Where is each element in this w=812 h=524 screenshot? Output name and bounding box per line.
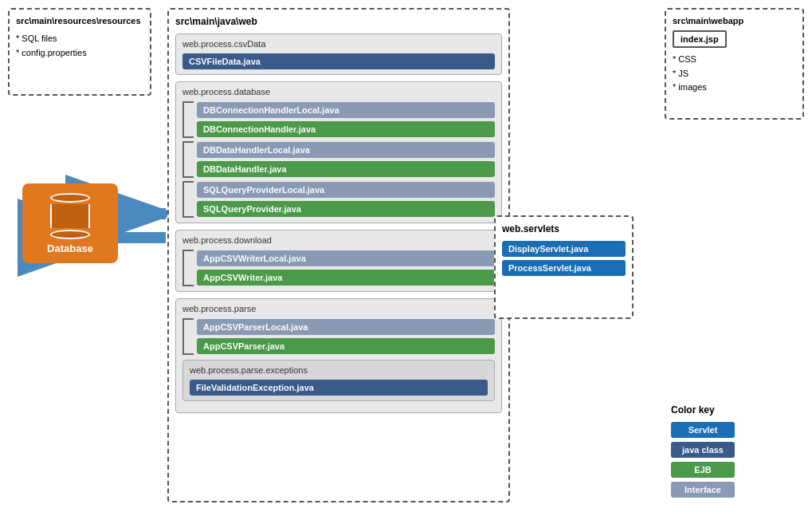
resources-box: src\main\resources\resources * SQL files… — [8, 8, 151, 96]
key-swatch-class: java class — [671, 442, 735, 458]
sqlqueryproviderlocal-btn: SQLQueryProviderLocal.java — [197, 182, 495, 198]
db-disk-top — [50, 193, 90, 203]
appcsvwriter-btn: AppCSVWriter.java — [197, 270, 495, 286]
package-parse-exceptions: web.process.parse.exceptions FileValidat… — [182, 360, 495, 401]
dbdatahandler-btn: DBDataHandler.java — [197, 161, 495, 177]
package-csvdata-title: web.process.csvData — [182, 39, 495, 49]
package-download: web.process.download AppCSVWriterLocal.j… — [175, 230, 502, 292]
key-item-class: java class — [671, 442, 798, 458]
webapp-item-js: * JS — [673, 67, 796, 81]
key-item-servlet: Servlet — [671, 422, 798, 438]
color-key-box: Color key Servlet java class EJB Interfa… — [665, 398, 804, 508]
package-database: web.process.database DBConnectionHandler… — [175, 81, 502, 223]
resource-item-sql: * SQL files — [16, 32, 143, 46]
main-java-box: src\main\java\web web.process.csvData CS… — [167, 8, 510, 502]
sqlqueryprovider-btn: SQLQueryProvider.java — [197, 201, 495, 217]
servlets-title: web.servlets — [502, 223, 626, 234]
key-swatch-servlet: Servlet — [671, 422, 735, 438]
package-parse-title: web.process.parse — [182, 304, 495, 313]
package-parse: web.process.parse AppCSVParserLocal.java… — [175, 298, 502, 413]
key-item-ejb: EJB — [671, 462, 798, 478]
appcsvparser-btn: AppCSVParser.java — [197, 338, 495, 354]
package-parse-exceptions-title: web.process.parse.exceptions — [190, 365, 488, 375]
servlets-box: web.servlets DisplayServlet.java Process… — [494, 215, 634, 319]
dbdatahandlerlocal-btn: DBDataHandlerLocal.java — [197, 142, 495, 158]
appcsvparserlocal-btn: AppCSVParserLocal.java — [197, 319, 495, 335]
package-csvdata: web.process.csvData CSVFileData.java — [175, 33, 502, 75]
key-swatch-ejb: EJB — [671, 462, 735, 478]
key-item-interface: Interface — [671, 482, 798, 498]
resources-title: src\main\resources\resources — [16, 16, 143, 26]
displayservlet-btn: DisplayServlet.java — [502, 241, 626, 257]
color-key-title: Color key — [671, 404, 798, 416]
db-disk-bottom — [50, 230, 90, 239]
diagram-container: src\main\resources\resources * SQL files… — [0, 0, 812, 524]
database-icon-box: Database — [22, 183, 118, 263]
webapp-item-images: * images — [673, 81, 796, 95]
processservlet-btn: ProcessServlet.java — [502, 260, 626, 276]
dbconnectionhandlerlocal-btn: DBConnectionHandlerLocal.java — [197, 102, 495, 118]
main-java-title: src\main\java\web — [175, 16, 502, 27]
csvfiledata-btn: CSVFileData.java — [182, 53, 495, 69]
webapp-item-css: * CSS — [673, 53, 796, 67]
package-download-title: web.process.download — [182, 235, 495, 245]
webapp-title: src\main\webapp — [673, 16, 796, 26]
webapp-box: src\main\webapp index.jsp * CSS * JS * i… — [665, 8, 804, 120]
database-label: Database — [47, 242, 93, 254]
index-jsp: index.jsp — [673, 30, 727, 48]
filevalidationexception-btn: FileValidationException.java — [190, 380, 488, 396]
resource-item-config: * config.properties — [16, 46, 143, 61]
database-icon — [50, 193, 90, 239]
package-database-title: web.process.database — [182, 87, 495, 97]
db-cylinder — [50, 204, 90, 228]
key-swatch-interface: Interface — [671, 482, 735, 498]
appcsvwriterlocal-btn: AppCSVWriterLocal.java — [197, 250, 495, 266]
dbconnectionhandler-btn: DBConnectionHandler.java — [197, 121, 495, 137]
